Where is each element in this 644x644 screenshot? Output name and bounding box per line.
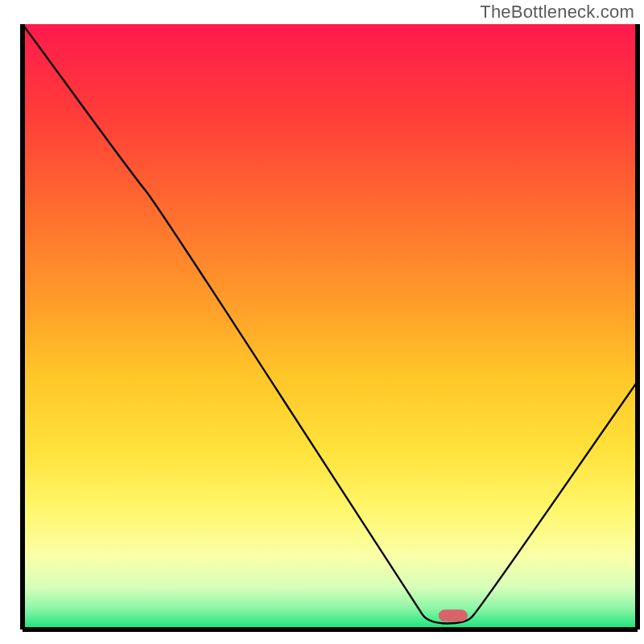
bottleneck-chart: [0, 0, 644, 644]
attribution-label: TheBottleneck.com: [480, 2, 634, 23]
chart-frame: TheBottleneck.com: [0, 0, 644, 644]
plot-gradient-background: [23, 24, 638, 630]
optimum-marker: [439, 609, 468, 621]
